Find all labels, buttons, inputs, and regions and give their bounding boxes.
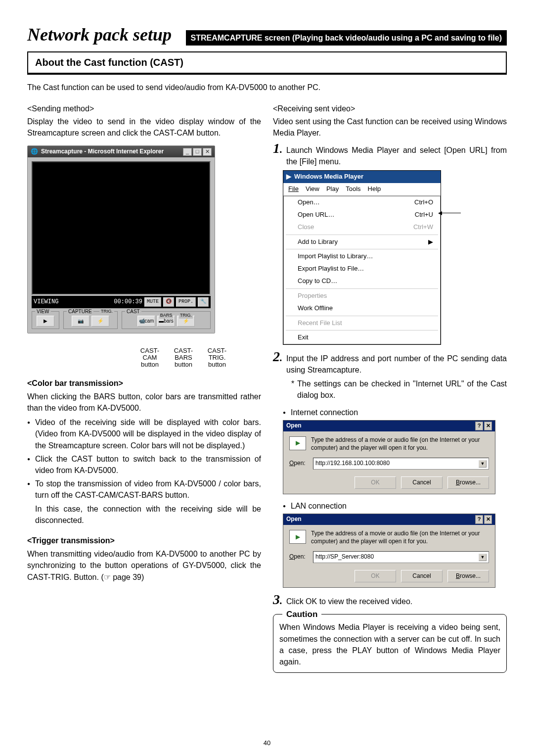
mute-button[interactable]: MUTE (144, 297, 161, 307)
menu-separator (286, 249, 438, 249)
cancel-button[interactable]: Cancel (401, 476, 443, 489)
dialog-icon-2 (289, 530, 306, 544)
video-display (32, 161, 211, 295)
dialog-title-2: Open (286, 515, 302, 524)
menu-item-label: Export Playlist to File… (298, 264, 364, 274)
right-column: <Receiving sent video> Video sent using … (273, 103, 507, 673)
wmp-logo-icon: ▶ (286, 172, 291, 182)
capture-cam-button[interactable]: 📷 (72, 316, 89, 327)
wmp-menu-tools[interactable]: Tools (346, 185, 360, 194)
dialog-close-button[interactable]: ✕ (484, 422, 492, 430)
caution-box: Caution When Windows Media Player is rec… (273, 614, 507, 673)
play-button[interactable]: ▶ (37, 316, 54, 327)
menu-separator (286, 235, 438, 235)
wmp-menu-item[interactable]: Copy to CD… (284, 275, 440, 287)
wmp-menu-item[interactable]: Work Offline (284, 302, 440, 315)
wmp-menubar: FileViewPlayToolsHelp (283, 183, 441, 196)
step-2-number: 2. (273, 350, 282, 401)
wmp-menu-item[interactable]: Exit (284, 331, 440, 344)
section-frame: About the Cast function (CAST) (27, 51, 507, 75)
caution-label: Caution (282, 609, 321, 621)
open-dialog-lan: Open ?✕ Type the address of a movie or a… (283, 514, 495, 588)
cast-group: CAST 📹cam BARS ▬bars TRIG. ⚡ (122, 311, 211, 329)
wmp-menu-play[interactable]: Play (326, 185, 339, 194)
wmp-menu-item: Recent File List (284, 317, 440, 330)
wmp-titlebar: ▶ Windows Media Player (283, 171, 441, 183)
callout-cast-cam-1: CAST- (137, 347, 163, 354)
color-bar-heading: <Color bar transmission> (27, 378, 261, 389)
menu-separator (286, 330, 438, 331)
dialog-close-button-2[interactable]: ✕ (484, 515, 492, 524)
dialog-help-button-2[interactable]: ? (475, 515, 483, 524)
combo-arrow-icon-2[interactable]: ▼ (479, 554, 487, 561)
cast-cam-button[interactable]: 📹cam (137, 316, 155, 327)
cancel-button-2[interactable]: Cancel (401, 570, 443, 582)
receiving-heading: <Receiving sent video> (273, 103, 507, 114)
step-3-number: 3. (273, 593, 282, 607)
dialog-icon (289, 436, 306, 450)
tool-button[interactable]: 🔧 (198, 297, 209, 307)
capture-trig-button[interactable]: ⚡ (91, 316, 109, 327)
window-title: Streamcapture - Microsoft Internet Explo… (41, 147, 180, 156)
wmp-menu-item[interactable]: Open URL…Ctrl+U (284, 209, 440, 221)
step-1-number: 1. (273, 142, 282, 167)
minimize-button[interactable]: _ (183, 148, 192, 156)
color-bar-text: When clicking the BARS button, color bar… (27, 391, 261, 414)
open-label-2: Open: (289, 553, 309, 561)
dialog-title: Open (286, 422, 302, 430)
trigger-heading: <Trigger transmission> (27, 535, 261, 546)
wmp-menu-item[interactable]: Import Playlist to Library… (284, 250, 440, 263)
view-group: VIEW ▶ (32, 311, 59, 329)
dialog-help-button[interactable]: ? (475, 422, 483, 430)
ok-button[interactable]: OK (355, 476, 396, 489)
wmp-window: ▶ Windows Media Player FileViewPlayTools… (283, 170, 441, 345)
prop-button[interactable]: PROP. (176, 297, 196, 307)
dialog-message-2: Type the address of a movie or audio fil… (311, 530, 489, 545)
wmp-menu-help[interactable]: Help (368, 185, 381, 194)
color-bar-bullet-2: Click the CAST button to switch back to … (27, 453, 261, 476)
wmp-file-menu: Open…Ctrl+OOpen URL…Ctrl+UCloseCtrl+WAdd… (283, 196, 441, 344)
open-label: Open: (289, 459, 309, 468)
close-button[interactable]: ✕ (203, 148, 212, 156)
app-icon: 🌐 (31, 147, 38, 156)
ok-button-2[interactable]: OK (355, 570, 396, 582)
menu-item-label: Open URL… (298, 210, 334, 220)
menu-item-label: Work Offline (298, 304, 333, 313)
menu-item-label: Recent File List (298, 319, 342, 328)
wmp-menu-file[interactable]: File (288, 185, 299, 194)
color-bar-bullet-3b: In this case, the connection with the re… (27, 503, 261, 526)
capture-label: CAPTURE (67, 308, 93, 316)
maximize-button[interactable]: □ (193, 148, 202, 156)
sending-method-heading: <Sending method> (27, 103, 261, 114)
color-bar-bullet-3: To stop the transmission of video from K… (27, 478, 261, 501)
page-header: Network pack setup STREAMCAPTURE screen … (27, 22, 507, 47)
callout-cast-trig-1: CAST- (204, 347, 230, 354)
streamcapture-window: 🌐 Streamcapture - Microsoft Internet Exp… (27, 145, 215, 333)
lan-connection-label: LAN connection (283, 500, 507, 512)
wmp-menu-item[interactable]: Add to Library▶ (284, 236, 440, 248)
trigger-text: When transmitting video/audio from KA-DV… (27, 548, 261, 583)
page-number: 40 (264, 739, 270, 748)
menu-item-label: Close (298, 223, 314, 232)
combo-arrow-icon[interactable]: ▼ (479, 460, 487, 468)
wmp-menu-view[interactable]: View (306, 185, 319, 194)
browse-button[interactable]: Browse... (447, 476, 489, 489)
browse-button-2[interactable]: Browse... (447, 570, 489, 582)
menu-item-label: Copy to CD… (298, 277, 337, 286)
callout-cast-bars-1: CAST- (171, 347, 196, 354)
menu-item-label: Properties (298, 291, 327, 301)
sending-method-text: Display the video to send in the video d… (27, 116, 261, 139)
step-3-text: Click OK to view the received video. (286, 596, 507, 607)
menu-item-label: Open… (298, 198, 320, 207)
wmp-title: Windows Media Player (294, 172, 363, 182)
button-callouts: CAST- CAM button CAST- BARS button CAST-… (137, 347, 261, 369)
url-combobox-2[interactable]: http://SP_Server:8080 ▼ (313, 551, 489, 563)
wmp-menu-item[interactable]: Export Playlist to File… (284, 263, 440, 275)
receiving-text: Video sent using the Cast function can b… (273, 116, 507, 139)
menu-separator (286, 316, 438, 316)
speaker-icon[interactable]: 🔇 (163, 297, 174, 307)
intro-text: The Cast function can be used to send vi… (27, 82, 507, 103)
wmp-menu-item[interactable]: Open…Ctrl+O (284, 196, 440, 209)
url-combobox[interactable]: http://192.168.100.100:8080 ▼ (313, 458, 489, 469)
internet-connection-label: Internet connection (283, 407, 507, 418)
